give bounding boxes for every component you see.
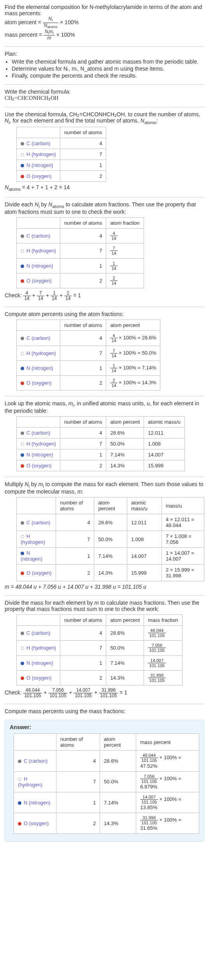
table-row: C (carbon)4414 × 100% = 28.6% — [17, 331, 160, 346]
atomic-mass-section: Look up the atomic mass, mi, in unified … — [5, 400, 204, 471]
element-dot-icon — [21, 175, 24, 178]
element-dot-icon — [21, 367, 24, 370]
table-row: C (carbon)4414 — [17, 228, 144, 243]
atom-percent-formula: atom percent = Ni Natoms × 100% — [5, 16, 204, 29]
element-dot-icon — [21, 646, 24, 650]
intro-section: Find the elemental composition for N-met… — [5, 4, 204, 41]
table-row: N (nitrogen)17.14%14.0071 × 14.007 = 14.… — [17, 548, 204, 565]
mass-percent-intro: Compute mass percents using the mass fra… — [5, 708, 204, 714]
atom-fraction-check: Check: 414 + 714 + 114 + 214 = 1 — [5, 291, 204, 301]
divider — [5, 84, 204, 85]
element-dot-icon — [21, 265, 24, 268]
element-dot-icon — [21, 453, 24, 457]
element-dot-icon — [18, 760, 21, 763]
element-dot-icon — [18, 801, 21, 805]
element-dot-icon — [21, 632, 24, 635]
divider — [5, 46, 204, 47]
mass-fraction-check: Check: 48.044101.105 + 7.056101.105 + 14… — [5, 688, 204, 698]
table-row: O (oxygen)214.3%15.999 — [17, 460, 185, 471]
table-row: C (carbon)428.6%48.044101.105 × 100% = 4… — [14, 751, 199, 771]
fraction: Ni Natoms — [43, 16, 58, 29]
element-dot-icon — [21, 337, 24, 340]
element-dot-icon — [21, 431, 24, 435]
element-dot-icon — [21, 662, 24, 665]
table-row: N (nitrogen)17.14%14.007101.105 — [17, 655, 183, 670]
element-dot-icon — [21, 676, 24, 680]
plan-section: Plan: Write the chemical formula and gat… — [5, 51, 204, 79]
table-row: N (nitrogen)1 — [17, 160, 106, 171]
element-dot-icon — [21, 464, 24, 468]
atomic-mass-table: number of atomsatom percentatomic mass/u… — [16, 416, 185, 471]
mass-percent-formula: mass percent = Nimi m × 100% — [5, 29, 204, 41]
formula-title: Write the chemical formula: — [5, 89, 204, 95]
atom-percent-intro: Compute atom percents using the atom fra… — [5, 311, 204, 317]
element-dot-icon — [21, 164, 24, 167]
atomic-mass-intro: Look up the atomic mass, mi, in unified … — [5, 400, 204, 414]
answer-box: Answer: number of atomsatom percentmass … — [5, 720, 204, 842]
element-dot-icon — [21, 249, 24, 253]
table-row: N (nitrogen)17.14%14.007 — [17, 449, 185, 460]
element-dot-icon — [18, 822, 21, 826]
table-row: O (oxygen)214.3%31.998101.105 × 100% = 3… — [14, 813, 199, 834]
answer-title: Answer: — [10, 724, 199, 730]
mass-fraction-section: Divide the mass for each element by m to… — [5, 600, 204, 698]
table-row: C (carbon)428.6%12.0114 × 12.011 = 48.04… — [17, 514, 204, 531]
plan-item: Determine values for Nᵢ, mᵢ, N_atoms and… — [12, 66, 204, 72]
element-dot-icon — [21, 153, 24, 156]
table-row: H (hydrogen)750.0%1.008 — [17, 439, 185, 449]
atom-fraction-section: Divide each Ni by Natoms to calculate at… — [5, 201, 204, 301]
mass-fraction-table: number of atomsatom percentmass fraction… — [16, 614, 183, 685]
element-dot-icon — [21, 552, 24, 555]
divider — [5, 307, 204, 307]
mass-calc-section: Multiply Ni by mi to compute the mass fo… — [5, 481, 204, 590]
table-row: H (hydrogen)7 — [17, 149, 106, 160]
divider — [5, 396, 204, 396]
divider — [5, 595, 204, 596]
table-row: O (oxygen)2214 × 100% = 14.3% — [17, 376, 160, 391]
element-dot-icon — [21, 521, 24, 525]
atom-fraction-table: number of atomsatom fraction C (carbon)4… — [16, 217, 144, 288]
table-row: H (hydrogen)7714 × 100% = 50.0% — [17, 346, 160, 360]
table-row: H (hydrogen)750.0%7.056101.105 — [17, 641, 183, 655]
atom-fraction-intro: Divide each Ni by Natoms to calculate at… — [5, 201, 204, 215]
table-row: H (hydrogen)750.0%7.056101.105 × 100% = … — [14, 771, 199, 792]
chemical-formula: CH₂=CHCONHCH₂OH — [5, 95, 204, 101]
plan-item: Finally, compute the percents and check … — [12, 73, 204, 79]
atom-percent-section: Compute atom percents using the atom fra… — [5, 311, 204, 391]
fraction: Nimi m — [44, 29, 55, 41]
mass-total: m = 48.044 u + 7.056 u + 14.007 u + 31.9… — [5, 584, 204, 590]
element-dot-icon — [21, 279, 24, 283]
count-total: Natoms = 4 + 7 + 1 + 2 = 14 — [5, 184, 204, 192]
divider — [5, 197, 204, 197]
plan-list: Write the chemical formula and gather at… — [5, 59, 204, 79]
mass-calc-table: number of atomsatom percentatomic mass/u… — [16, 497, 204, 581]
table-row: N (nitrogen)17.14%14.007101.105 × 100% =… — [14, 792, 199, 813]
table-row: H (hydrogen)7714 — [17, 243, 144, 258]
plan-item: Write the chemical formula and gather at… — [12, 59, 204, 65]
table-row: O (oxygen)214.3%31.998101.105 — [17, 670, 183, 685]
element-dot-icon — [21, 234, 24, 238]
divider — [5, 477, 204, 477]
table-row: O (oxygen)2214 — [17, 273, 144, 288]
table-row: O (oxygen)214.3%15.9992 × 15.999 = 31.99… — [17, 565, 204, 581]
intro-text: Find the elemental composition for N-met… — [5, 4, 204, 16]
table-row: C (carbon)4 — [17, 138, 106, 149]
element-dot-icon — [21, 382, 24, 385]
divider — [5, 107, 204, 107]
formula-section: Write the chemical formula: CH₂=CHCONHCH… — [5, 89, 204, 101]
count-intro: Use the chemical formula, CH₂=CHCONHCH₂O… — [5, 111, 204, 125]
table-row: N (nitrogen)1114 — [17, 258, 144, 273]
element-dot-icon — [21, 352, 24, 355]
answer-table: number of atomsatom percentmass percent … — [14, 733, 199, 834]
element-dot-icon — [21, 572, 24, 575]
divider — [5, 704, 204, 704]
atom-percent-table: number of atomsatom percent C (carbon)44… — [16, 320, 160, 391]
table-row: C (carbon)428.6%12.011 — [17, 428, 185, 439]
col-atoms: number of atoms — [60, 127, 106, 138]
element-dot-icon — [18, 778, 21, 781]
count-table: number of atoms C (carbon)4 H (hydrogen)… — [16, 127, 106, 182]
mass-calc-intro: Multiply Ni by mi to compute the mass fo… — [5, 481, 204, 495]
plan-title: Plan: — [5, 51, 204, 57]
table-row: C (carbon)428.6%48.044101.105 — [17, 626, 183, 641]
table-row: H (hydrogen)750.0%1.0087 × 1.008 = 7.056 — [17, 531, 204, 548]
